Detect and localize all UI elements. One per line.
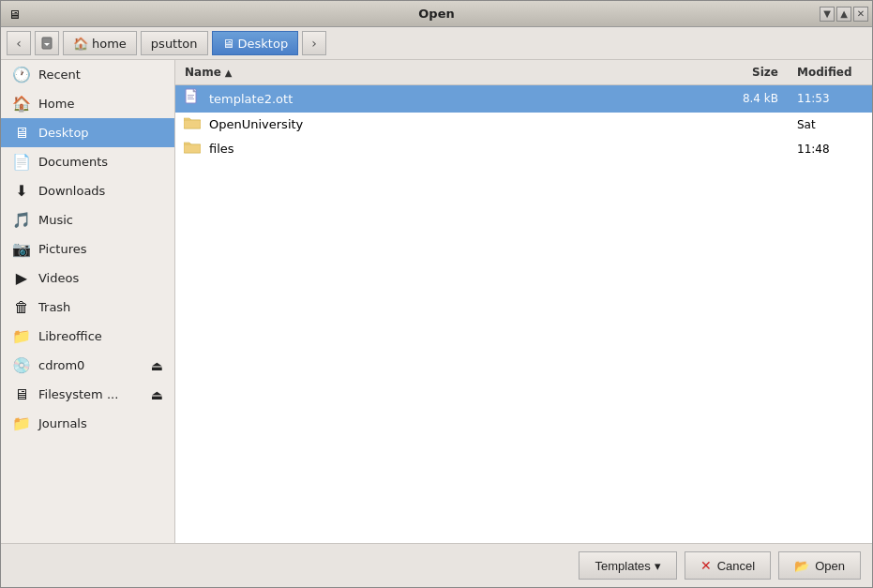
file-icon <box>181 88 203 109</box>
breadcrumb-home[interactable]: 🏠 home <box>63 31 137 55</box>
name-column-header[interactable]: Name ▲ <box>175 64 713 81</box>
file-list: template2.ott 8.4 kB 11:53 OpenUniversit… <box>175 85 872 543</box>
svg-rect-7 <box>184 120 201 128</box>
toolbar: ‹ 🏠 home psutton 🖥 Desktop › <box>1 27 872 60</box>
open-icon: 📂 <box>794 559 809 573</box>
bookmark-button[interactable] <box>35 31 59 55</box>
sort-arrow: ▲ <box>225 68 233 78</box>
svg-rect-8 <box>184 144 201 153</box>
sidebar-item-libreoffice[interactable]: 📁 Libreoffice <box>1 322 174 351</box>
home-icon: 🏠 <box>73 37 88 51</box>
sidebar-item-recent[interactable]: 🕐 Recent <box>1 60 174 89</box>
eject-filesystem-icon[interactable]: ⏏ <box>151 387 163 402</box>
sidebar-item-videos[interactable]: ▶ Videos <box>1 264 174 293</box>
cdrom0-icon: 💿 <box>12 356 31 374</box>
breadcrumb-psutton[interactable]: psutton <box>141 31 208 55</box>
open-button[interactable]: 📂 Open <box>778 551 861 580</box>
desktop-icon: 🖥 <box>12 124 31 142</box>
sidebar-item-home[interactable]: 🏠 Home <box>1 89 174 118</box>
dialog-title: Open <box>418 7 454 21</box>
sidebar-item-journals[interactable]: 📁 Journals <box>1 409 174 438</box>
downloads-icon: ⬇ <box>12 182 31 200</box>
filesystem-icon: 🖥 <box>12 385 31 403</box>
close-button[interactable]: ✕ <box>853 7 868 22</box>
sidebar-item-downloads[interactable]: ⬇ Downloads <box>1 176 174 205</box>
minimize-button[interactable]: ▼ <box>820 7 835 22</box>
pictures-icon: 📷 <box>12 240 31 258</box>
back-button[interactable]: ‹ <box>7 31 31 55</box>
recent-icon: 🕐 <box>12 66 31 83</box>
file-name: template2.ott <box>203 92 713 106</box>
desktop-icon: 🖥 <box>222 37 234 51</box>
templates-button[interactable]: Templates ▾ <box>579 551 676 580</box>
file-modified: 11:48 <box>788 143 872 156</box>
svg-rect-6 <box>188 98 194 99</box>
file-modified: Sat <box>788 118 872 131</box>
main-area: 🕐 Recent 🏠 Home 🖥 Desktop 📄 Documents ⬇ … <box>1 60 872 543</box>
sidebar-item-trash[interactable]: 🗑 Trash <box>1 293 174 322</box>
svg-rect-5 <box>188 97 193 98</box>
videos-icon: ▶ <box>12 269 31 287</box>
cancel-icon: ✕ <box>700 558 712 573</box>
forward-button[interactable]: › <box>302 31 326 55</box>
breadcrumb-desktop[interactable]: 🖥 Desktop <box>212 31 299 55</box>
titlebar: 🖥 Open ▼ ▲ ✕ <box>1 1 872 27</box>
trash-icon: 🗑 <box>12 298 31 316</box>
dialog-icon: 🖥 <box>8 7 21 21</box>
table-row[interactable]: OpenUniversity Sat <box>175 113 872 137</box>
content-area: Name ▲ Size Modified <box>175 60 872 543</box>
table-row[interactable]: template2.ott 8.4 kB 11:53 <box>175 85 872 113</box>
sidebar-item-cdrom0[interactable]: 💿 cdrom0 ⏏ <box>1 351 174 380</box>
folder-icon <box>181 140 203 158</box>
folder-icon <box>181 115 203 133</box>
sidebar-item-desktop[interactable]: 🖥 Desktop <box>1 118 174 147</box>
footer: Templates ▾ ✕ Cancel 📂 Open <box>1 543 872 587</box>
eject-icon[interactable]: ⏏ <box>151 358 163 373</box>
file-modified: 11:53 <box>788 92 872 105</box>
open-dialog: 🖥 Open ▼ ▲ ✕ ‹ 🏠 home psutton 🖥 Desktop … <box>0 0 873 588</box>
templates-arrow-icon: ▾ <box>655 559 661 573</box>
file-name: OpenUniversity <box>203 117 713 131</box>
sidebar: 🕐 Recent 🏠 Home 🖥 Desktop 📄 Documents ⬇ … <box>1 60 175 543</box>
maximize-button[interactable]: ▲ <box>836 7 851 22</box>
sidebar-item-music[interactable]: 🎵 Music <box>1 205 174 234</box>
sidebar-item-documents[interactable]: 📄 Documents <box>1 147 174 176</box>
footer-right: Templates ▾ ✕ Cancel 📂 Open <box>579 551 861 580</box>
sidebar-item-filesystem[interactable]: 🖥 Filesystem ... ⏏ <box>1 380 174 409</box>
libreoffice-icon: 📁 <box>12 327 31 345</box>
cancel-button[interactable]: ✕ Cancel <box>685 551 771 580</box>
size-column-header[interactable]: Size <box>713 64 788 81</box>
music-icon: 🎵 <box>12 211 31 229</box>
window-controls: ▼ ▲ ✕ <box>820 7 868 22</box>
documents-icon: 📄 <box>12 153 31 171</box>
sidebar-item-pictures[interactable]: 📷 Pictures <box>1 234 174 264</box>
journals-icon: 📁 <box>12 415 31 432</box>
svg-rect-4 <box>188 95 194 96</box>
file-size: 8.4 kB <box>713 92 788 105</box>
home-icon: 🏠 <box>12 95 31 113</box>
file-name: files <box>203 142 713 156</box>
modified-column-header[interactable]: Modified <box>788 64 872 81</box>
file-list-header: Name ▲ Size Modified <box>175 60 872 85</box>
table-row[interactable]: files 11:48 <box>175 137 872 161</box>
